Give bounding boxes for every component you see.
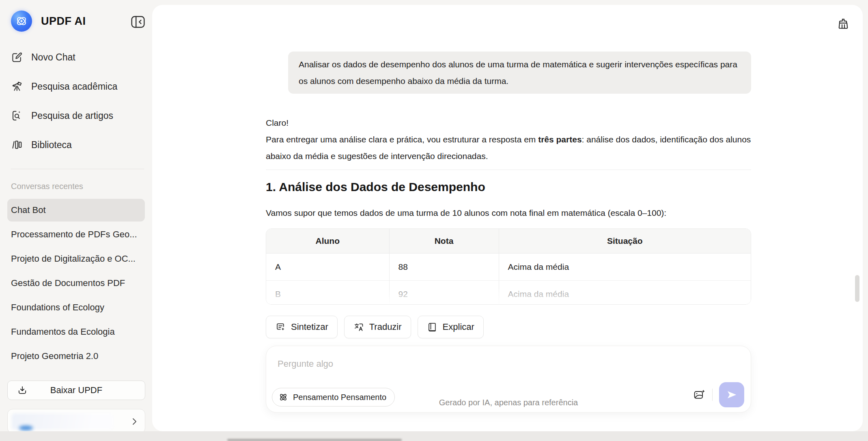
action-label: Traduzir (369, 322, 402, 332)
sidebar-item-pesquisa-academica[interactable]: Pesquisa acadêmica (0, 72, 152, 101)
background-strip (0, 431, 868, 441)
sidebar: UPDF AI Novo Chat (0, 0, 152, 441)
section-heading: 1. Análise dos Dados de Desempenho (266, 180, 751, 194)
cell-nota: 92 (389, 280, 499, 305)
action-label: Sintetizar (291, 322, 328, 332)
explain-button[interactable]: Explicar (418, 316, 484, 338)
assistant-paragraph: Para entregar uma análise clara e prátic… (266, 131, 751, 164)
grades-table: Aluno Nota Situação A 88 Acima da média … (266, 228, 751, 305)
recent-item[interactable]: Projeto Geometria 2.0 (7, 344, 145, 368)
sidebar-divider (11, 169, 144, 169)
translate-button[interactable]: Traduzir (344, 316, 411, 338)
sidebar-item-label: Biblioteca (31, 140, 72, 151)
sidebar-item-biblioteca[interactable]: Biblioteca (0, 130, 152, 159)
sidebar-item-label: Pesquisa de artigos (31, 110, 113, 121)
cell-situacao: Acima da média (499, 280, 751, 305)
library-icon (11, 139, 23, 151)
quick-actions: Sintetizar Traduzir (266, 316, 751, 338)
user-profile-card[interactable] (7, 409, 145, 433)
chevron-right-icon (129, 417, 139, 426)
chat-column: Analisar os dados de desempenho dos alun… (266, 5, 751, 413)
assistant-line: Claro! (266, 114, 751, 131)
recent-item[interactable]: Processamento de PDFs Geo... (7, 222, 145, 247)
recent-item-chat-bot[interactable]: Chat Bot (7, 199, 145, 222)
translate-icon (353, 322, 364, 333)
table-header-row: Aluno Nota Situação (266, 229, 751, 253)
summarize-button[interactable]: Sintetizar (266, 316, 338, 338)
doc-search-icon (11, 110, 23, 122)
download-label: Baixar UPDF (50, 385, 102, 396)
telescope-icon (11, 80, 23, 93)
book-icon (427, 322, 438, 333)
avatar (19, 426, 33, 430)
user-message-bubble: Analisar os dados de desempenho dos alun… (288, 52, 751, 94)
cell-aluno: A (266, 253, 389, 280)
section-divider (266, 170, 751, 170)
column-header: Aluno (266, 229, 389, 253)
sidebar-item-label: Pesquisa acadêmica (31, 81, 117, 92)
section-intro: Vamos supor que temos dados de uma turma… (266, 208, 751, 218)
recent-item[interactable]: Gestão de Documentos PDF (7, 271, 145, 295)
recent-conversations: Chat Bot Processamento de PDFs Geo... Pr… (0, 199, 152, 368)
assistant-message: Claro! Para entregar uma análise clara e… (266, 114, 751, 164)
chat-input[interactable] (278, 356, 739, 372)
recent-item[interactable]: Projeto de Digitalização e OC... (7, 247, 145, 271)
recent-item[interactable]: Fundamentos da Ecologia (7, 320, 145, 344)
sidebar-collapse-icon[interactable] (129, 15, 146, 29)
ai-disclaimer: Gerado por IA, apenas para referência (266, 398, 751, 407)
clear-chat-broom-icon[interactable] (836, 17, 851, 32)
sidebar-item-novo-chat[interactable]: Novo Chat (0, 43, 152, 72)
table-row: A 88 Acima da média (266, 253, 751, 280)
cell-nota: 88 (389, 253, 499, 280)
updf-logo-icon (11, 11, 32, 32)
sidebar-item-pesquisa-artigos[interactable]: Pesquisa de artigos (0, 101, 152, 130)
column-header: Situação (499, 229, 751, 253)
download-updf-button[interactable]: Baixar UPDF (7, 381, 145, 400)
cutoff-window-artifact (227, 439, 402, 441)
recents-header: Conversas recentes (11, 182, 83, 191)
cell-aluno: B (266, 280, 389, 305)
doc-sparkle-icon (275, 322, 286, 333)
scrollbar-thumb[interactable] (855, 275, 859, 302)
sidebar-item-label: Novo Chat (31, 52, 75, 63)
chat-panel: Analisar os dados de desempenho dos alun… (152, 5, 863, 431)
table-row: B 92 Acima da média (266, 280, 751, 305)
download-icon (17, 385, 28, 396)
action-label: Explicar (443, 322, 474, 332)
edit-icon (11, 51, 23, 63)
brand: UPDF AI (11, 11, 86, 32)
sidebar-nav: Novo Chat Pesquisa acadêmica (0, 43, 152, 159)
recent-item[interactable]: Foundations of Ecology (7, 295, 145, 320)
app-title: UPDF AI (41, 15, 86, 28)
column-header: Nota (389, 229, 499, 253)
cell-situacao: Acima da média (499, 253, 751, 280)
